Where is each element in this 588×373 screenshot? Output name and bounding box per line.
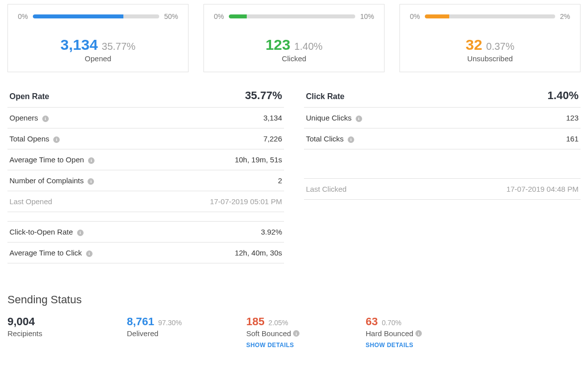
opened-rate: 35.77% — [102, 41, 136, 52]
card-opened: 0% 50% 3,134 35.77% Opened — [7, 4, 189, 72]
soft-bounced-show-details[interactable]: SHOW DETAILS — [246, 342, 366, 349]
soft-bounced-label: Soft Bounced — [246, 329, 291, 338]
soft-bounced-pct: 2.05% — [269, 319, 289, 327]
opened-label: Opened — [18, 54, 178, 63]
opened-progress-fill — [33, 14, 123, 18]
row-total-opens: Total Opens i 7,226 — [7, 128, 284, 149]
info-icon[interactable]: i — [293, 330, 299, 337]
row-unique-clicks: Unique Clicks i 123 — [304, 108, 581, 128]
hard-bounced-count: 63 — [366, 315, 378, 328]
openers-value: 3,134 — [263, 114, 282, 122]
last-clicked-label: Last Clicked — [306, 185, 347, 193]
avg-time-click-value: 12h, 40m, 30s — [235, 249, 282, 257]
ss-soft-bounced: 185 2.05% Soft Bounced i SHOW DETAILS — [246, 315, 366, 349]
opened-progress-track — [33, 14, 159, 18]
last-opened-label: Last Opened — [9, 197, 52, 206]
clicked-progress-fill — [229, 14, 247, 18]
recipients-count: 9,004 — [7, 315, 35, 328]
avg-time-click-label: Average Time to Click — [9, 249, 82, 257]
row-total-clicks: Total Clicks i 161 — [304, 128, 581, 149]
info-icon[interactable]: i — [88, 178, 94, 185]
unsub-label: Unsubscribed — [410, 54, 570, 63]
unsub-progress-max: 2% — [560, 12, 570, 20]
cto-rate-value: 3.92% — [261, 228, 282, 236]
row-complaints: Number of Complaints i 2 — [7, 170, 284, 191]
delivered-label: Delivered — [127, 329, 246, 338]
complaints-value: 2 — [278, 176, 282, 185]
row-avg-time-click: Average Time to Click i 12h, 40m, 30s — [7, 243, 284, 263]
avg-time-open-label: Average Time to Open — [9, 155, 84, 164]
total-opens-label: Total Opens — [9, 134, 49, 143]
delivered-count: 8,761 — [127, 315, 154, 328]
unsub-count: 32 — [466, 36, 482, 53]
info-icon[interactable]: i — [77, 230, 84, 236]
unsub-rate: 0.37% — [486, 41, 514, 52]
hard-bounced-show-details[interactable]: SHOW DETAILS — [366, 342, 485, 349]
hard-bounced-label: Hard Bounced — [366, 329, 413, 338]
total-clicks-label: Total Clicks — [306, 134, 344, 143]
row-cto-rate: Click-to-Open Rate i 3.92% — [7, 221, 284, 243]
ss-delivered: 8,761 97.30% Delivered — [127, 315, 246, 349]
clicked-rate: 1.40% — [294, 41, 323, 52]
open-rate-panel: Open Rate 35.77% Openers i 3,134 Total O… — [7, 84, 284, 263]
unique-clicks-value: 123 — [566, 114, 579, 122]
clicked-progress: 0% 10% — [214, 12, 374, 20]
soft-bounced-count: 185 — [246, 315, 265, 328]
row-last-opened: Last Opened 17-07-2019 05:01 PM — [7, 191, 284, 212]
info-icon[interactable]: i — [356, 116, 362, 122]
recipients-label: Recipients — [7, 329, 127, 338]
clicked-progress-track — [229, 14, 355, 18]
unsub-progress-track — [425, 14, 555, 18]
clicked-label: Clicked — [214, 54, 374, 63]
info-icon[interactable]: i — [415, 330, 422, 337]
total-clicks-value: 161 — [566, 134, 579, 143]
avg-time-open-value: 10h, 19m, 51s — [235, 155, 282, 164]
info-icon[interactable]: i — [42, 116, 49, 122]
unsub-progress-fill — [425, 14, 449, 18]
delivered-pct: 97.30% — [158, 319, 182, 327]
opened-progress-min: 0% — [18, 12, 28, 20]
opened-progress-max: 50% — [164, 12, 178, 20]
info-icon[interactable]: i — [53, 136, 60, 143]
unsub-progress: 0% 2% — [410, 12, 570, 20]
unique-clicks-label: Unique Clicks — [306, 114, 352, 122]
open-rate-value: 35.77% — [245, 89, 282, 102]
clicked-progress-min: 0% — [214, 12, 224, 20]
sending-status-section: Sending Status 9,004 Recipients 8,761 97… — [7, 293, 581, 349]
openers-label: Openers — [9, 114, 38, 122]
hard-bounced-pct: 0.70% — [382, 319, 401, 327]
ss-hard-bounced: 63 0.70% Hard Bounced i SHOW DETAILS — [366, 315, 485, 349]
row-avg-time-open: Average Time to Open i 10h, 19m, 51s — [7, 149, 284, 170]
clicked-progress-max: 10% — [360, 12, 374, 20]
clicked-count: 123 — [266, 36, 291, 53]
info-icon[interactable]: i — [86, 250, 93, 257]
total-opens-value: 7,226 — [263, 134, 282, 143]
info-icon[interactable]: i — [88, 157, 95, 164]
summary-cards: 0% 50% 3,134 35.77% Opened 0% 10% 123 1.… — [7, 4, 581, 72]
click-rate-title: Click Rate — [306, 92, 344, 101]
opened-count: 3,134 — [61, 36, 98, 53]
complaints-label: Number of Complaints — [9, 176, 84, 185]
click-rate-panel: Click Rate 1.40% Unique Clicks i 123 Tot… — [304, 84, 581, 263]
open-rate-title: Open Rate — [9, 92, 49, 101]
sending-status-title: Sending Status — [7, 293, 581, 306]
ss-recipients: 9,004 Recipients — [7, 315, 127, 349]
last-clicked-value: 17-07-2019 04:48 PM — [506, 185, 579, 193]
unsub-progress-min: 0% — [410, 12, 420, 20]
info-icon[interactable]: i — [348, 136, 354, 143]
click-rate-value: 1.40% — [548, 89, 579, 102]
card-unsub: 0% 2% 32 0.37% Unsubscribed — [399, 4, 581, 72]
opened-progress: 0% 50% — [18, 12, 178, 20]
card-clicked: 0% 10% 123 1.40% Clicked — [203, 4, 385, 72]
row-openers: Openers i 3,134 — [7, 108, 284, 128]
cto-rate-label: Click-to-Open Rate — [9, 228, 73, 236]
row-last-clicked: Last Clicked 17-07-2019 04:48 PM — [304, 178, 581, 200]
last-opened-value: 17-07-2019 05:01 PM — [210, 197, 282, 206]
